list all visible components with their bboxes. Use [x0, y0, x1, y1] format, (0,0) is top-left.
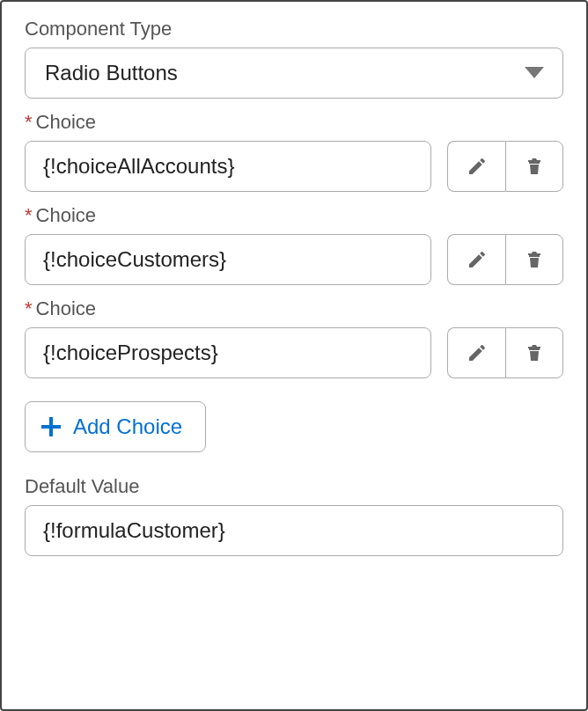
add-choice-label: Add Choice [73, 414, 182, 439]
default-value-input[interactable]: {!formulaCustomer} [25, 505, 563, 556]
plus-icon [41, 417, 61, 436]
required-indicator: * [25, 204, 33, 226]
choice-row: {!choiceCustomers} [25, 234, 563, 285]
required-indicator: * [25, 297, 33, 319]
default-value-label: Default Value [25, 475, 563, 498]
trash-icon [524, 249, 545, 270]
edit-button[interactable] [447, 327, 505, 378]
delete-button[interactable] [505, 141, 563, 192]
properties-panel: Component Type Radio Buttons *Choice {!c… [0, 0, 588, 711]
choice-actions [447, 141, 563, 192]
choice-row: {!choiceAllAccounts} [25, 141, 563, 192]
pencil-icon [467, 156, 488, 177]
choice-row: {!choiceProspects} [25, 327, 563, 378]
choice-actions [447, 234, 563, 285]
choice-input[interactable]: {!choiceAllAccounts} [25, 141, 431, 192]
trash-icon [524, 156, 545, 177]
choice-value: {!choiceCustomers} [43, 247, 226, 272]
edit-button[interactable] [447, 234, 505, 285]
choice-label: *Choice [25, 111, 563, 134]
pencil-icon [467, 342, 488, 363]
choice-value: {!choiceProspects} [43, 341, 218, 365]
trash-icon [524, 342, 545, 363]
choice-label: *Choice [25, 297, 563, 320]
choice-label: *Choice [25, 204, 563, 227]
component-type-label: Component Type [25, 18, 563, 40]
svg-rect-2 [41, 425, 61, 429]
delete-button[interactable] [505, 234, 563, 285]
choice-input[interactable]: {!choiceCustomers} [25, 234, 431, 285]
required-indicator: * [25, 111, 33, 133]
edit-button[interactable] [447, 141, 505, 192]
pencil-icon [467, 249, 488, 270]
delete-button[interactable] [505, 327, 563, 378]
default-value-text: {!formulaCustomer} [43, 518, 225, 543]
choice-actions [447, 327, 563, 378]
choice-value: {!choiceAllAccounts} [43, 154, 234, 179]
component-type-value: Radio Buttons [45, 61, 178, 85]
component-type-select[interactable]: Radio Buttons [25, 48, 563, 99]
add-choice-button[interactable]: Add Choice [25, 401, 206, 452]
choice-input[interactable]: {!choiceProspects} [25, 327, 431, 378]
